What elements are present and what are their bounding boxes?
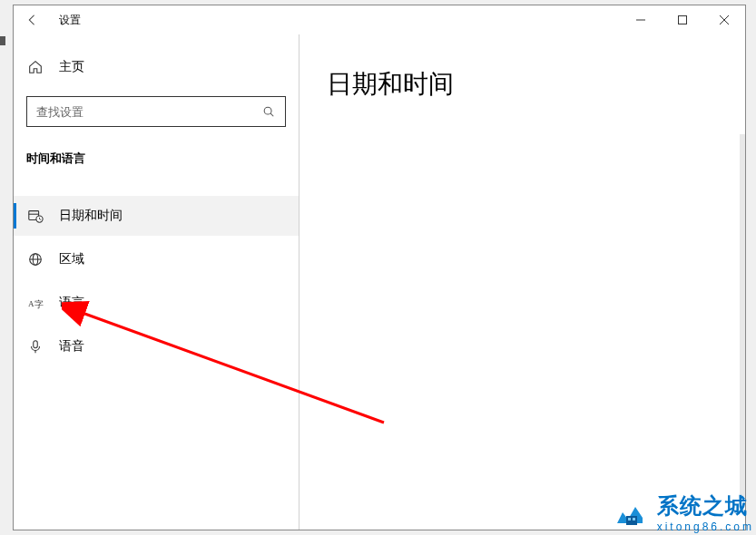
svg-point-4 [264, 107, 271, 114]
decorative-dot [0, 36, 5, 45]
content-area: 主页 时间和语言 日期和时间 [14, 34, 745, 530]
back-button[interactable] [14, 5, 50, 34]
nav-label: 日期和时间 [59, 208, 123, 224]
nav-label: 区域 [59, 251, 84, 268]
nav-items: 日期和时间 区域 A字 语言 [14, 196, 299, 366]
microphone-icon [26, 337, 44, 355]
svg-rect-16 [34, 341, 38, 348]
home-label: 主页 [59, 59, 84, 75]
nav-item-speech[interactable]: 语音 [14, 326, 299, 366]
nav-label: 语音 [59, 338, 84, 355]
nav-item-region[interactable]: 区域 [14, 239, 299, 279]
svg-rect-1 [679, 16, 687, 24]
window-title: 设置 [50, 13, 81, 28]
close-button[interactable] [703, 5, 745, 34]
globe-icon [26, 250, 44, 268]
settings-window: 设置 主页 时间和语言 [13, 5, 746, 530]
search-input[interactable] [36, 105, 261, 119]
svg-line-5 [270, 113, 273, 116]
calendar-clock-icon [26, 207, 44, 225]
maximize-button[interactable] [662, 5, 703, 34]
nav-label: 语言 [59, 295, 84, 311]
section-label: 时间和语言 [14, 140, 299, 174]
language-icon: A字 [26, 294, 44, 312]
scrollbar[interactable] [740, 134, 745, 497]
page-title: 日期和时间 [327, 67, 718, 102]
minimize-button[interactable] [620, 5, 662, 34]
svg-text:A: A [28, 299, 34, 308]
main-content: 日期和时间 [299, 34, 745, 530]
titlebar: 设置 [14, 5, 745, 34]
nav-item-language[interactable]: A字 语言 [14, 283, 299, 323]
home-icon [26, 58, 44, 76]
sidebar: 主页 时间和语言 日期和时间 [14, 34, 299, 530]
search-icon [261, 104, 276, 119]
nav-item-datetime[interactable]: 日期和时间 [14, 196, 299, 236]
search-box[interactable] [26, 96, 286, 127]
home-nav[interactable]: 主页 [14, 51, 299, 83]
svg-text:字: 字 [34, 299, 44, 309]
